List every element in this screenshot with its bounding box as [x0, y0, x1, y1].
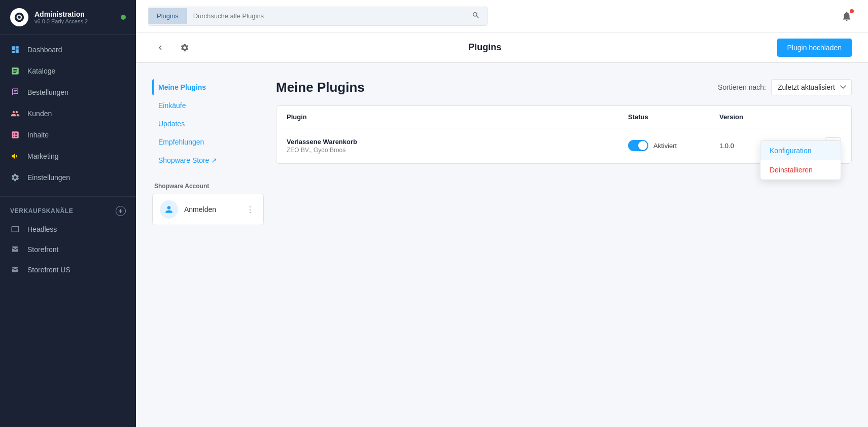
account-menu-button[interactable]: ⋮ — [244, 203, 256, 217]
sidebar-item-inhalte[interactable]: Inhalte — [0, 124, 136, 146]
bestellungen-icon — [10, 87, 20, 97]
app-name: Administration — [34, 10, 115, 19]
plugin-table-header: Plugin Status Version — [276, 106, 851, 128]
status-label: Aktiviert — [653, 142, 677, 150]
channel-label: Storefront US — [27, 266, 71, 274]
topbar: Plugins — [136, 0, 868, 32]
app-version: v6.0.0 Early Access 2 — [34, 18, 115, 24]
channel-label: Headless — [27, 225, 57, 233]
nav-updates[interactable]: Updates — [152, 116, 264, 132]
account-avatar — [160, 200, 178, 219]
sidebar-item-label: Kataloge — [27, 67, 55, 75]
einstellungen-icon — [10, 172, 20, 183]
headless-icon — [10, 224, 20, 234]
verkaufskanaele-label: Verkaufskanäle — [10, 207, 73, 215]
sidebar-header: Administration v6.0.0 Early Access 2 — [0, 0, 136, 35]
notification-button[interactable] — [838, 7, 856, 25]
add-channel-button[interactable]: + — [116, 206, 126, 216]
kataloge-icon — [10, 66, 20, 76]
main-nav: Dashboard Kataloge Bestellungen Kunden — [0, 35, 136, 192]
plugin-table: Plugin Status Version Verlassene Warenko… — [276, 105, 852, 164]
dropdown-item-deinstallieren[interactable]: Deinstallieren — [760, 160, 841, 180]
dashboard-icon — [10, 45, 20, 55]
inhalte-icon — [10, 130, 20, 140]
col-plugin: Plugin — [287, 113, 628, 121]
app-title-group: Administration v6.0.0 Early Access 2 — [34, 10, 115, 25]
sidebar-item-label: Marketing — [27, 152, 58, 160]
plugin-info: Verlassene Warenkorb ZEO BV., Gydo Broos — [287, 138, 628, 154]
sidebar-item-kunden[interactable]: Kunden — [0, 103, 136, 124]
sidebar-item-label: Einstellungen — [27, 173, 70, 182]
sort-label: Sortieren nach: — [718, 83, 766, 91]
page-title: Plugins — [201, 42, 769, 53]
sidebar-item-bestellungen[interactable]: Bestellungen — [0, 82, 136, 103]
sidebar-item-label: Dashboard — [27, 46, 62, 54]
page-header: Plugins Plugin hochladen — [136, 32, 868, 63]
nav-meine-plugins[interactable]: Meine Plugins — [152, 79, 264, 95]
col-actions — [811, 113, 841, 121]
account-login-label: Anmelden — [184, 205, 238, 214]
plugin-author: ZEO BV., Gydo Broos — [287, 147, 628, 154]
left-nav: Meine Plugins Einkäufe Updates Empfehlun… — [152, 79, 264, 411]
nav-einkaeufe[interactable]: Einkäufe — [152, 97, 264, 114]
content-area: Meine Plugins Einkäufe Updates Empfehlun… — [136, 63, 868, 427]
sidebar-item-label: Bestellungen — [27, 88, 68, 96]
upload-plugin-button[interactable]: Plugin hochladen — [777, 39, 852, 57]
notification-dot — [850, 9, 854, 13]
sidebar-item-storefront[interactable]: Storefront — [0, 239, 136, 260]
online-indicator — [121, 15, 126, 20]
search-tab[interactable]: Plugins — [149, 8, 187, 24]
sidebar-item-einstellungen[interactable]: Einstellungen — [0, 167, 136, 188]
sidebar-item-storefront-us[interactable]: Storefront US — [0, 260, 136, 280]
sort-select[interactable]: Zuletzt aktualisiertNameVersion — [771, 79, 852, 95]
plugin-area: Meine Plugins Sortieren nach: Zuletzt ak… — [276, 79, 852, 411]
account-card: Anmelden ⋮ — [152, 194, 264, 225]
sidebar-divider — [0, 196, 136, 197]
meine-plugins-title: Meine Plugins — [276, 80, 365, 95]
sidebar-item-dashboard[interactable]: Dashboard — [0, 39, 136, 60]
shopware-account-label: Shopware Account — [152, 183, 264, 190]
nav-shopware-store[interactable]: Shopware Store ↗ — [152, 152, 264, 168]
sidebar-item-label: Inhalte — [27, 131, 49, 139]
main-content: Plugins Plugins Plugin hochladen Meine P… — [136, 0, 868, 427]
kunden-icon — [10, 109, 20, 119]
sidebar-item-headless[interactable]: Headless — [0, 219, 136, 239]
col-status: Status — [628, 113, 719, 121]
svg-point-1 — [18, 16, 21, 19]
sort-area: Sortieren nach: Zuletzt aktualisiertName… — [718, 79, 852, 95]
sidebar-item-label: Kunden — [27, 110, 52, 118]
page-settings-button[interactable] — [177, 40, 193, 56]
plugin-name: Verlassene Warenkorb — [287, 138, 628, 146]
sidebar-item-marketing[interactable]: Marketing — [0, 146, 136, 167]
nav-empfehlungen[interactable]: Empfehlungen — [152, 134, 264, 150]
search-button[interactable] — [465, 7, 487, 25]
marketing-icon — [10, 151, 20, 161]
shopware-account-section: Shopware Account Anmelden ⋮ — [152, 183, 264, 225]
app-logo — [10, 8, 28, 26]
plugin-status: Aktiviert — [628, 140, 719, 151]
plugin-dropdown-menu: Konfiguration Deinstallieren — [760, 140, 841, 180]
dropdown-item-konfiguration[interactable]: Konfiguration — [760, 141, 841, 160]
sidebar-item-kataloge[interactable]: Kataloge — [0, 60, 136, 82]
channel-label: Storefront — [27, 245, 58, 254]
search-input[interactable] — [187, 8, 465, 24]
search-area: Plugins — [148, 7, 488, 26]
plugin-area-header: Meine Plugins Sortieren nach: Zuletzt ak… — [276, 79, 852, 95]
back-button[interactable] — [152, 40, 168, 56]
verkaufskanaele-header: Verkaufskanäle + — [0, 201, 136, 219]
col-version: Version — [719, 113, 811, 121]
sidebar: Administration v6.0.0 Early Access 2 Das… — [0, 0, 136, 427]
storefront-icon — [10, 244, 20, 255]
plugin-toggle[interactable] — [628, 140, 648, 151]
storefront-us-icon — [10, 265, 20, 275]
